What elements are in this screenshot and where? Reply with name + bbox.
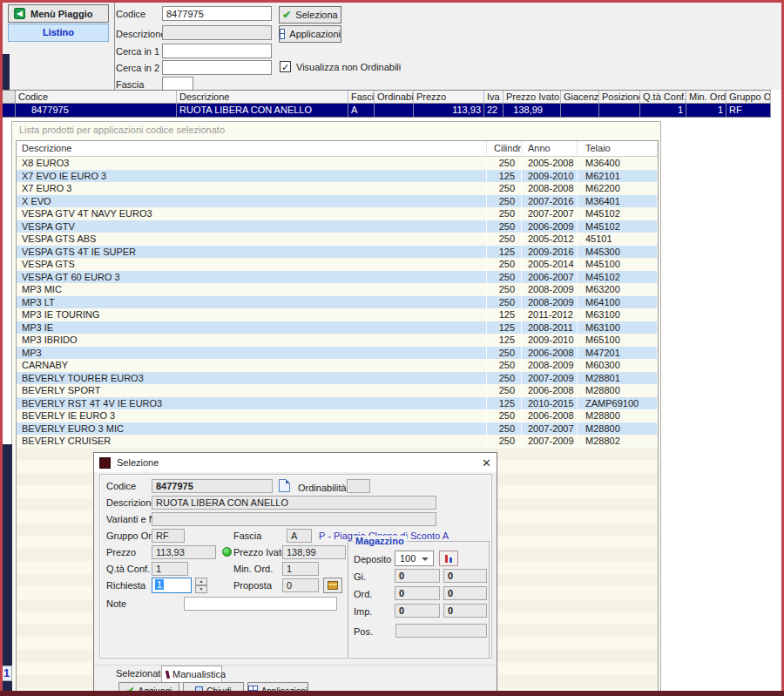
dlg-prezzo-label: Prezzo xyxy=(106,547,136,557)
apps-col-1[interactable]: Cilindr... xyxy=(487,141,522,156)
apps-cell-3: M45100 xyxy=(578,258,658,271)
cerca1-input[interactable] xyxy=(162,44,272,58)
apps-cell-0: X7 EVO IE EURO 3 xyxy=(17,170,487,183)
results-col-11[interactable]: Min. Ord. xyxy=(686,91,727,103)
tab-manualistica[interactable]: Manualistica xyxy=(161,666,222,683)
seleziona-button[interactable]: ✔ Seleziona xyxy=(279,6,341,24)
cerca2-input[interactable] xyxy=(162,60,272,75)
results-col-8[interactable]: Giacenza xyxy=(561,91,599,103)
stock-field1-ord: 0 xyxy=(395,586,440,600)
applications-row[interactable]: X7 EVO IE EURO 31252009-2010M62101 xyxy=(17,170,658,183)
applications-row[interactable]: VESPA GTS ABS2502005-201245101 xyxy=(17,233,658,246)
apps-cell-2: 2007-2007 xyxy=(522,422,578,436)
results-cell-12: RF xyxy=(727,104,771,117)
results-cell-4 xyxy=(375,104,414,117)
visualizza-non-ordinabili-checkbox[interactable]: ✓ Visualizza non Ordinabili xyxy=(280,61,401,72)
fascia-label: Fascia xyxy=(116,79,144,90)
results-col-1[interactable]: Codice xyxy=(16,91,177,103)
results-selected-row[interactable]: 8477975RUOTA LIBERA CON ANELLOA113,93221… xyxy=(3,104,771,117)
applications-row[interactable]: MP32502006-2008M47201 xyxy=(17,347,658,360)
apps-cell-0: BEVERLY TOURER EURO3 xyxy=(17,372,487,385)
apps-cell-1: 250 xyxy=(487,422,522,436)
apps-cell-2: 2007-2016 xyxy=(522,195,578,208)
richiesta-selected-text: 1 xyxy=(155,579,164,590)
package-icon xyxy=(328,581,338,590)
applications-row[interactable]: X8 EURO32502005-2008M36400 xyxy=(17,157,658,170)
applications-row[interactable]: VESPA GTV 4T NAVY EURO32502007-2007M4510… xyxy=(17,207,658,220)
results-cell-5: 113,93 xyxy=(414,104,484,117)
apps-col-0[interactable]: Descrizione xyxy=(17,141,487,156)
applications-row[interactable]: BEVERLY IE EURO 32502006-2008M28800 xyxy=(17,409,658,422)
apps-cell-3: M45300 xyxy=(578,246,658,259)
apps-cell-3: M63100 xyxy=(578,308,658,321)
apps-cell-1: 125 xyxy=(487,170,522,183)
stepper-down-icon[interactable]: ▼ xyxy=(195,585,207,593)
results-col-0[interactable] xyxy=(3,91,16,103)
stepper-up-icon[interactable]: ▲ xyxy=(195,578,207,585)
apps-cell-0: VESPA GTS xyxy=(17,258,487,271)
results-col-9[interactable]: Posizione xyxy=(599,91,640,103)
dlg-codice-label: Codice xyxy=(106,481,136,491)
applications-row[interactable]: BEVERLY EURO 3 MIC2502007-2007M28800 xyxy=(17,422,658,436)
descrizione-input xyxy=(162,25,272,40)
applications-row[interactable]: BEVERLY SPORT2502006-2008M28800 xyxy=(17,384,658,397)
apps-cell-0: X8 EURO3 xyxy=(17,157,487,170)
applications-row[interactable]: VESPA GTS2502005-2014M45100 xyxy=(17,258,658,271)
apps-cell-1: 250 xyxy=(487,409,522,422)
applications-row[interactable]: CARNABY2502008-2009M60300 xyxy=(17,359,658,372)
applications-row[interactable]: X EVO2502007-2016M36401 xyxy=(17,195,658,208)
applications-row[interactable]: MP3 LT2502008-2009M64100 xyxy=(17,296,658,309)
package-button[interactable] xyxy=(323,578,342,593)
apps-cell-1: 125 xyxy=(487,246,522,259)
cerca1-label: Cerca in 1 xyxy=(116,46,159,57)
richiesta-input[interactable]: 1 xyxy=(152,578,192,593)
applications-row[interactable]: VESPA GTV2502006-2009M45102 xyxy=(17,220,658,233)
apps-cell-2: 2006-2009 xyxy=(522,220,578,233)
dialog-titlebar[interactable]: Selezione ✕ xyxy=(94,453,497,472)
book-icon xyxy=(166,670,170,678)
results-col-2[interactable]: Descrizione xyxy=(177,91,348,103)
apps-col-2[interactable]: Anno xyxy=(522,141,578,156)
menu-piaggio-button[interactable]: ◀ Menù Piaggio xyxy=(8,4,109,23)
applications-row[interactable]: BEVERLY TOURER EURO32502007-2009M28801 xyxy=(17,372,658,385)
stock-chart-button[interactable] xyxy=(439,551,458,566)
dlg-varianti-field xyxy=(152,512,436,526)
dlg-note-field[interactable] xyxy=(184,597,337,611)
results-col-6[interactable]: Iva xyxy=(484,91,504,103)
apps-cell-3: M60300 xyxy=(578,359,658,372)
results-col-5[interactable]: Prezzo xyxy=(414,91,484,103)
applications-row[interactable]: MP3 IE TOURING1252011-2012M63100 xyxy=(17,308,658,321)
apps-cell-2: 2009-2010 xyxy=(522,170,578,183)
applicazioni-button[interactable]: Applicazioni xyxy=(279,25,341,43)
applications-row[interactable]: X7 EURO 32502008-2008M62200 xyxy=(17,182,658,195)
applications-row[interactable]: VESPA GTS 4T IE SUPER1252009-2016M45300 xyxy=(17,246,658,259)
applications-row[interactable]: BEVERLY RST 4T 4V IE EURO31252010-2015ZA… xyxy=(17,397,658,410)
apps-cell-0: MP3 IBRIDO xyxy=(17,334,487,347)
deposito-select[interactable]: 100 xyxy=(395,551,434,566)
applications-row[interactable]: MP3 MIC2502008-2009M63200 xyxy=(17,283,658,296)
applications-row[interactable]: MP3 IBRIDO1252009-2010M65100 xyxy=(17,334,658,347)
pos-label: Pos. xyxy=(354,626,373,637)
document-icon[interactable] xyxy=(279,479,290,492)
apps-cell-2: 2009-2010 xyxy=(522,334,578,347)
results-col-3[interactable]: Fascia xyxy=(348,91,375,103)
results-col-10[interactable]: Q.tà Conf. xyxy=(640,91,686,103)
applications-row[interactable]: MP3 IE1252008-2011M63100 xyxy=(17,321,658,334)
applications-row[interactable]: VESPA GT 60 EURO 32502006-2007M45102 xyxy=(17,271,658,284)
close-icon[interactable]: ✕ xyxy=(482,457,491,469)
stock-field2-gi: 0 xyxy=(443,569,487,583)
applications-row[interactable]: BEVERLY CRUISER2502007-2009M28802 xyxy=(17,435,658,448)
richiesta-stepper[interactable]: ▲ ▼ xyxy=(195,578,207,593)
dlg-ordinabilita-field xyxy=(347,479,370,493)
apps-cell-3: M47201 xyxy=(578,347,658,360)
background-strip-bottom xyxy=(3,444,12,692)
dlg-proposta-field: 0 xyxy=(282,578,319,592)
tab-listino[interactable]: Listino xyxy=(8,24,109,42)
results-col-12[interactable]: Gruppo Ord. xyxy=(727,91,771,103)
deposito-label: Deposito xyxy=(354,554,391,564)
results-col-7[interactable]: Prezzo Ivato xyxy=(504,91,561,103)
apps-col-3[interactable]: Telaio xyxy=(578,141,658,156)
results-col-4[interactable]: Ordinabilità xyxy=(375,91,414,103)
tab-selezionato[interactable]: Selezionato xyxy=(116,668,166,679)
codice-input[interactable]: 8477975 xyxy=(162,6,272,21)
